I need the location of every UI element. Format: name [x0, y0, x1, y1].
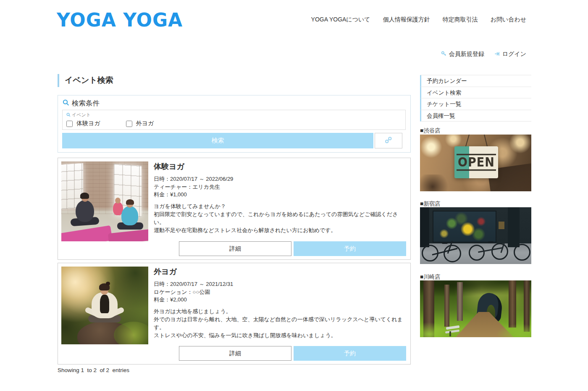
sign-in-arrow-icon	[494, 51, 500, 58]
sidebar-item-ticket-list[interactable]: チケット一覧	[420, 98, 531, 110]
photo-decor-layer	[420, 280, 531, 337]
site-logo[interactable]: YOGA YOGA	[57, 9, 183, 31]
checkbox-option-taiken-yoga[interactable]: 体験ヨガ	[66, 120, 100, 127]
nav-commercial-law[interactable]: 特定商取引法	[443, 16, 478, 24]
checkbox-taiken-yoga[interactable]	[66, 121, 73, 127]
photo-decor-layer	[420, 207, 531, 264]
entries-status: Showing 1 to 2 of 2 entries	[58, 367, 129, 373]
nav-contact[interactable]: お問い合わせ	[491, 16, 526, 24]
search-panel: 検索条件 イベント 体験ヨガ 外ヨガ 検索	[58, 95, 411, 153]
sidebar-item-event-search[interactable]: イベント検索	[420, 87, 531, 99]
photo-decor-layer	[61, 267, 148, 344]
nav-about[interactable]: YOGA YOGAについて	[311, 16, 370, 24]
page: YOGA YOGA YOGA YOGAについて 個人情報保護方針 特定商取引法 …	[0, 0, 588, 391]
event-price-line: 料金：¥1,000	[154, 191, 407, 199]
event-description-line: 外でのヨガは日常から離れ、大地、空、太陽など自然との一体感で深いリラックスへと導…	[154, 315, 407, 331]
reserve-button[interactable]: 予約	[294, 346, 406, 361]
event-price-line: 料金：¥2,000	[154, 296, 407, 304]
search-icon-small	[66, 113, 71, 118]
event-description-line: ヨガを体験してみませんか？	[154, 202, 407, 210]
event-description: ヨガを体験してみませんか？ 初回限定で割安となっていますので、これからヨガを始め…	[154, 202, 407, 234]
event-date-line: 日時：2020/07/17 ～ 2021/12/31	[154, 280, 407, 288]
event-photo-indoor-yoga-class	[61, 161, 148, 241]
store-photo-shibuya-open-sign: OPEN	[420, 135, 531, 191]
event-description-line: ストレスや心の不安、悩みを一気に吹き飛ばし開放感を味わいましょう。	[154, 331, 407, 339]
event-title: 外ヨガ	[154, 267, 407, 277]
event-photo-outdoor-meditation	[61, 267, 148, 344]
search-panel-title: 検索条件	[72, 99, 100, 108]
register-label: 会員新規登録	[449, 50, 484, 58]
store-label-kawasaki: ■川崎店	[420, 273, 441, 281]
checkbox-option-soto-yoga[interactable]: 外ヨガ	[126, 120, 154, 127]
event-description-line: 外ヨガは大地を感じましょう。	[154, 307, 407, 315]
reserve-button[interactable]: 予約	[294, 241, 406, 256]
event-title: 体験ヨガ	[154, 161, 407, 172]
event-group-label-row: イベント	[66, 112, 402, 118]
photo-decor-layer	[61, 161, 148, 241]
checkbox-label-soto-yoga: 外ヨガ	[136, 120, 154, 127]
sidebar-menu: 予約カレンダー イベント検索 チケット一覧 会員権一覧	[420, 75, 531, 122]
search-icon	[63, 99, 69, 108]
event-description-line: 運動不足や在宅勤務などストレス社会から解放されたい方にお勧めです。	[154, 226, 407, 234]
search-panel-header: 検索条件	[58, 95, 410, 111]
event-card-taiken-yoga: 体験ヨガ 日時：2020/07/17 ～ 2022/06/29 ティーチャー：エ…	[58, 158, 411, 260]
user-nav: 会員新規登録 ログイン	[441, 50, 526, 58]
store-photo-kawasaki-park	[420, 280, 531, 337]
sidebar-item-membership-list[interactable]: 会員権一覧	[420, 110, 531, 122]
search-button[interactable]: 検索	[62, 133, 373, 148]
key-icon	[441, 51, 447, 58]
detail-button[interactable]: 詳細	[179, 241, 291, 256]
nav-privacy-policy[interactable]: 個人情報保護方針	[383, 16, 430, 24]
open-sign: OPEN	[454, 146, 498, 178]
checkbox-row: 体験ヨガ 外ヨガ	[66, 120, 402, 127]
search-condition-group: イベント 体験ヨガ 外ヨガ	[62, 110, 406, 130]
event-card-content: 外ヨガ 日時：2020/07/17 ～ 2021/12/31 ロケーション：○○…	[154, 267, 407, 339]
event-teacher-line: ティーチャー：エリカ先生	[154, 183, 407, 191]
detail-button[interactable]: 詳細	[179, 346, 291, 361]
share-link-button[interactable]	[375, 133, 402, 148]
store-label-shinjuku: ■新宿店	[420, 200, 441, 208]
event-card-soto-yoga: 外ヨガ 日時：2020/07/17 ～ 2021/12/31 ロケーション：○○…	[58, 263, 411, 365]
store-photo-shinjuku-bicycles	[420, 207, 531, 264]
login-link[interactable]: ログイン	[494, 50, 526, 58]
event-description: 外ヨガは大地を感じましょう。 外でのヨガは日常から離れ、大地、空、太陽など自然と…	[154, 307, 407, 339]
event-card-content: 体験ヨガ 日時：2020/07/17 ～ 2022/06/29 ティーチャー：エ…	[154, 161, 407, 234]
open-sign-text: OPEN	[457, 154, 496, 171]
event-location-line: ロケーション：○○公園	[154, 288, 407, 296]
event-description-line: 初回限定で割安となっていますので、これからヨガを始めるにあたっての雰囲気などご確…	[154, 210, 407, 226]
link-chain-icon	[384, 136, 393, 145]
store-label-shibuya: ■渋谷店	[420, 127, 441, 135]
search-button-row: 検索	[62, 133, 402, 148]
checkbox-label-taiken-yoga: 体験ヨガ	[76, 120, 100, 127]
event-group-label: イベント	[72, 112, 91, 118]
page-title: イベント検索	[58, 74, 113, 87]
sidebar-item-reservation-calendar[interactable]: 予約カレンダー	[420, 75, 531, 87]
register-link[interactable]: 会員新規登録	[441, 50, 484, 58]
event-date-line: 日時：2020/07/17 ～ 2022/06/29	[154, 175, 407, 183]
login-label: ログイン	[502, 50, 526, 58]
checkbox-soto-yoga[interactable]	[126, 121, 132, 127]
top-nav: YOGA YOGAについて 個人情報保護方針 特定商取引法 お問い合わせ	[311, 16, 526, 24]
